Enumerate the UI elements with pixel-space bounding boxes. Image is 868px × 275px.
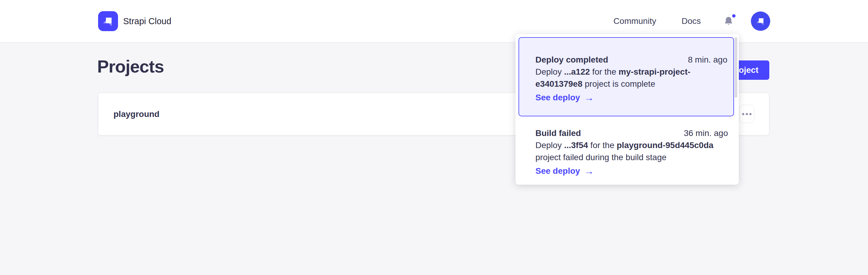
body-segment: project failed during the build stage [535, 153, 666, 162]
project-name: playground [114, 93, 159, 135]
brand-home-link[interactable]: Strapi Cloud [98, 0, 172, 42]
notification-body: Deploy ...3f54 for the playground-95d445… [535, 139, 728, 164]
body-segment: ...3f54 [564, 140, 588, 150]
panel-scrollbar-thumb[interactable] [735, 37, 737, 98]
notifications-bell-button[interactable] [723, 15, 734, 27]
notification-header-row: Deploy completed 8 min. ago [535, 55, 727, 65]
notification-title: Deploy completed [535, 55, 608, 65]
body-segment: ...a122 [564, 67, 590, 77]
notification-item-build-failed: Build failed 36 min. ago Deploy ...3f54 … [519, 120, 734, 176]
body-segment: for the [588, 140, 617, 150]
avatar-strapi-glyph-icon [754, 14, 768, 28]
notification-body: Deploy ...a122 for the my-strapi-project… [535, 66, 727, 90]
arrow-right-icon: → [584, 166, 594, 175]
notification-header-row: Build failed 36 min. ago [535, 128, 728, 138]
strapi-glyph-icon [100, 13, 117, 30]
see-deploy-label: See deploy [535, 166, 580, 176]
nav-link-community[interactable]: Community [614, 16, 656, 26]
page-title: Projects [97, 56, 164, 77]
notification-title: Build failed [535, 128, 581, 138]
body-segment: project is complete [583, 79, 655, 88]
ellipsis-icon [742, 113, 744, 115]
body-segment: Deploy [535, 140, 564, 150]
notification-timestamp: 36 min. ago [684, 128, 728, 138]
notifications-panel: Deploy completed 8 min. ago Deploy ...a1… [516, 34, 739, 185]
see-deploy-label: See deploy [535, 92, 580, 103]
unread-notifications-dot [732, 14, 736, 18]
brand-name: Strapi Cloud [123, 16, 172, 26]
arrow-right-icon: → [584, 93, 594, 102]
user-avatar-button[interactable] [751, 11, 770, 31]
body-segment: Deploy [535, 67, 564, 77]
notification-timestamp: 8 min. ago [688, 55, 727, 65]
body-segment: playground-95d445c0da [617, 140, 713, 150]
project-menu-button[interactable] [739, 105, 754, 123]
ellipsis-icon [746, 113, 748, 115]
strapi-logo-icon [98, 11, 118, 31]
body-segment: for the [590, 67, 619, 77]
see-deploy-link[interactable]: See deploy → [535, 166, 594, 176]
notification-item-deploy-completed: Deploy completed 8 min. ago Deploy ...a1… [519, 37, 734, 116]
see-deploy-link[interactable]: See deploy → [535, 92, 594, 103]
nav-link-docs[interactable]: Docs [681, 16, 701, 26]
ellipsis-icon [749, 113, 751, 115]
